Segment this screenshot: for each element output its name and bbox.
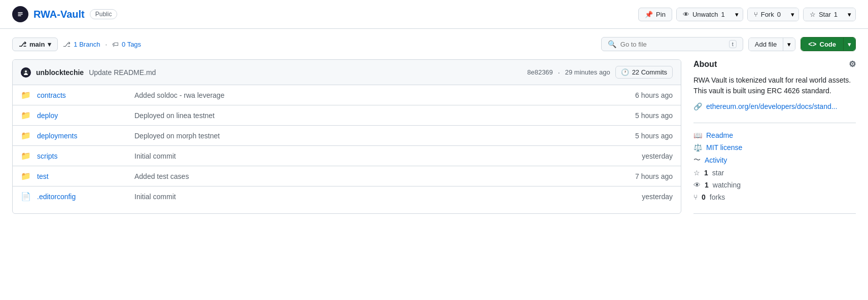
- folder-icon: 📁: [21, 131, 31, 140]
- file-commit-msg: Initial commit: [134, 193, 616, 201]
- file-name[interactable]: deploy: [37, 111, 128, 120]
- sidebar-external-link[interactable]: 🔗 ethereum.org/en/developers/docs/stand.…: [693, 102, 856, 110]
- star-button-group: ☆ Star 1 ▾: [803, 8, 856, 21]
- pin-button[interactable]: 📌 Pin: [638, 8, 672, 21]
- table-row: 📄 .editorconfig Initial commit yesterday: [13, 186, 681, 206]
- table-row: 📁 deploy Deployed on linea testnet 5 hou…: [13, 105, 681, 126]
- branch-info: ⎇ 1 Branch · 🏷 0 Tags: [63, 41, 141, 48]
- sidebar: About ⚙ RWA Vault is tokenized vault for…: [693, 59, 856, 214]
- search-input[interactable]: [620, 41, 725, 48]
- file-time: 5 hours ago: [622, 111, 673, 120]
- svg-point-2: [25, 70, 27, 72]
- search-box: 🔍 t: [601, 37, 743, 51]
- about-section: About ⚙ RWA Vault is tokenized vault for…: [693, 59, 856, 123]
- file-name[interactable]: deployments: [37, 132, 128, 140]
- folder-icon: 📁: [21, 110, 31, 120]
- commit-message: Update README.md: [89, 68, 522, 77]
- file-time: yesterday: [622, 193, 673, 201]
- branch-selector[interactable]: ⎇ main ▾: [12, 38, 58, 51]
- file-name[interactable]: test: [37, 172, 128, 180]
- about-title: About ⚙: [693, 59, 856, 69]
- branch-count-icon: ⎇: [63, 41, 71, 48]
- file-name[interactable]: contracts: [37, 91, 128, 99]
- about-description: RWA Vault is tokenized vault for real wo…: [693, 75, 856, 96]
- tag-icon: 🏷: [112, 41, 119, 48]
- file-time: 6 hours ago: [622, 91, 673, 99]
- commit-author-avatar: [21, 67, 31, 78]
- activity-icon: 〜: [693, 156, 701, 165]
- gear-icon[interactable]: ⚙: [849, 59, 856, 69]
- file-commit-msg: Deployed on linea testnet: [134, 111, 616, 120]
- branch-count[interactable]: 1 Branch: [74, 41, 100, 48]
- repo-name[interactable]: RWA-Vault: [33, 9, 85, 20]
- header-actions: 📌 Pin 👁 Unwatch 1 ▾ ⑂ Fork 0 ▾ ☆ Star 1: [638, 8, 856, 21]
- commit-time: 29 minutes ago: [565, 68, 610, 76]
- main-content: unblocktechie Update README.md 8e82369 ·…: [0, 59, 868, 226]
- sidebar-meta-section: 📖 Readme ⚖️ MIT license 〜 Activity ☆ 1 s…: [693, 123, 856, 214]
- commit-separator: ·: [558, 68, 560, 77]
- table-row: 📁 scripts Initial commit yesterday: [13, 146, 681, 166]
- eye-icon: 👁: [693, 181, 701, 189]
- file-commit-msg: Initial commit: [134, 152, 616, 160]
- star-button[interactable]: ☆ Star 1: [804, 8, 844, 21]
- search-kbd: t: [729, 40, 737, 48]
- file-commit-msg: Deployed on morph testnet: [134, 132, 616, 140]
- table-row: 📁 test Added test cases 7 hours ago: [13, 166, 681, 186]
- tag-separator: ·: [105, 41, 107, 48]
- fork-button-group: ⑂ Fork 0 ▾: [747, 8, 799, 21]
- file-commit-msg: Added soldoc - rwa leverage: [134, 91, 616, 99]
- file-commit-msg: Added test cases: [134, 172, 616, 180]
- file-icon: 📄: [21, 192, 31, 201]
- tag-count[interactable]: 0 Tags: [122, 41, 141, 48]
- link-icon: 🔗: [693, 102, 702, 110]
- file-time: 5 hours ago: [622, 132, 673, 140]
- repo-avatar: [12, 6, 28, 22]
- pin-icon: 📌: [645, 11, 653, 18]
- file-name[interactable]: scripts: [37, 152, 128, 160]
- add-file-button[interactable]: Add file: [749, 38, 783, 51]
- add-file-button-group: Add file ▾: [748, 38, 795, 51]
- sidebar-activity: 〜 Activity: [693, 156, 856, 165]
- branch-icon: ⎇: [19, 41, 26, 48]
- star-icon: ☆: [810, 11, 816, 18]
- unwatch-chevron[interactable]: ▾: [731, 8, 743, 21]
- fork-chevron[interactable]: ▾: [787, 8, 798, 21]
- commit-author[interactable]: unblocktechie: [36, 68, 84, 77]
- star-chevron[interactable]: ▾: [844, 8, 855, 21]
- commits-count-button[interactable]: 🕐 22 Commits: [615, 66, 673, 79]
- sidebar-forks: ⑂ 0 forks: [693, 193, 856, 201]
- code-button[interactable]: <> Code: [801, 38, 844, 51]
- clock-icon: 🕐: [621, 68, 629, 76]
- book-icon: 📖: [693, 131, 702, 139]
- file-name[interactable]: .editorconfig: [37, 193, 128, 201]
- fork-icon: ⑂: [693, 193, 698, 201]
- fork-button[interactable]: ⑂ Fork 0: [748, 8, 787, 21]
- repo-title: RWA-Vault Public: [12, 6, 117, 22]
- file-time: 7 hours ago: [622, 172, 673, 180]
- unwatch-button[interactable]: 👁 Unwatch 1: [677, 8, 731, 21]
- search-icon: 🔍: [608, 40, 616, 48]
- top-header: RWA-Vault Public 📌 Pin 👁 Unwatch 1 ▾ ⑂ F…: [0, 0, 868, 29]
- sidebar-stars: ☆ 1 star: [693, 169, 856, 177]
- code-chevron[interactable]: ▾: [844, 38, 855, 51]
- visibility-badge: Public: [90, 9, 118, 19]
- code-icon: <>: [808, 40, 816, 48]
- folder-icon: 📁: [21, 90, 31, 100]
- sidebar-license: ⚖️ MIT license: [693, 143, 856, 152]
- balance-icon: ⚖️: [693, 143, 702, 152]
- eye-icon: 👁: [683, 11, 689, 18]
- file-table: unblocktechie Update README.md 8e82369 ·…: [12, 59, 681, 214]
- toolbar: ⎇ main ▾ ⎇ 1 Branch · 🏷 0 Tags 🔍 t Add f…: [0, 29, 868, 59]
- code-button-group: <> Code ▾: [801, 37, 856, 51]
- table-row: 📁 deployments Deployed on morph testnet …: [13, 126, 681, 146]
- sidebar-readme: 📖 Readme: [693, 131, 856, 139]
- commit-header: unblocktechie Update README.md 8e82369 ·…: [13, 60, 681, 85]
- add-file-chevron[interactable]: ▾: [783, 38, 795, 51]
- star-icon: ☆: [693, 169, 700, 177]
- unwatch-button-group: 👁 Unwatch 1 ▾: [676, 8, 743, 21]
- fork-icon: ⑂: [754, 11, 758, 18]
- file-time: yesterday: [622, 152, 673, 160]
- folder-icon: 📁: [21, 151, 31, 161]
- commit-hash[interactable]: 8e82369: [527, 68, 553, 76]
- table-row: 📁 contracts Added soldoc - rwa leverage …: [13, 85, 681, 105]
